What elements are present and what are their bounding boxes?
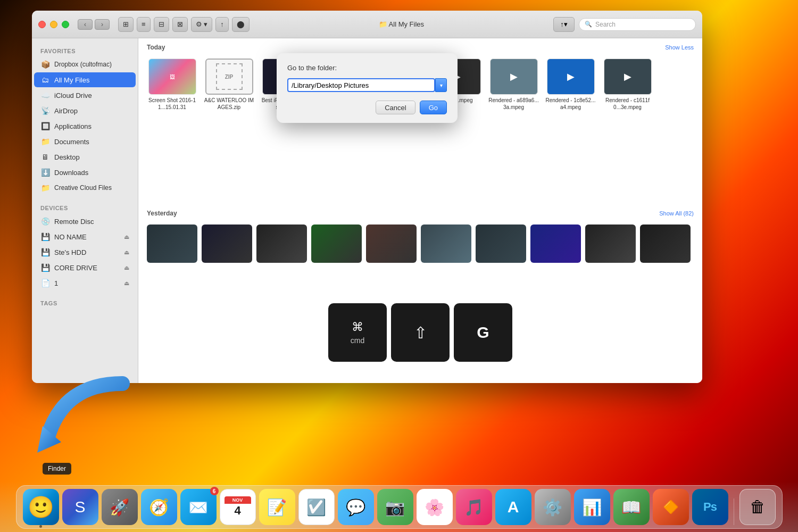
messages-dock-icon: 💬 <box>346 498 365 517</box>
keynote-dock-icon: 📊 <box>582 498 602 517</box>
siri-dock-icon: S <box>74 498 85 516</box>
dock-item-photoshop[interactable]: Ps <box>692 489 728 525</box>
dock-item-facetime[interactable]: 📷 <box>377 489 413 525</box>
settings-dock-icon: ⚙️ <box>543 498 562 517</box>
scrivener-dock-icon: 📖 <box>621 498 641 517</box>
finder-active-dot <box>39 525 42 528</box>
dock-item-notes[interactable]: 📝 <box>259 489 295 525</box>
notes-dock-icon: 📝 <box>267 498 287 517</box>
dock-item-settings[interactable]: ⚙️ <box>535 489 571 525</box>
folder-path-input[interactable] <box>287 78 435 92</box>
dock-item-reminders[interactable]: ☑️ <box>298 489 335 525</box>
dock-item-safari[interactable]: 🧭 <box>141 489 177 525</box>
finder-tooltip-text: Finder <box>48 465 66 472</box>
finder-window: ‹ › ⊞ ≡ ⊟ ⊠ ⚙ ▾ ↑ ⬤ 📁 All My Files ↑▾ 🔍 … <box>32 11 702 383</box>
dock-item-appstore[interactable]: A <box>495 489 531 525</box>
dock: 🙂 S 🚀 🧭 ✉️ 6 NOV 4 📝 <box>0 481 798 532</box>
dialog-overlay: Go to the folder: ▾ Cancel Go <box>32 11 702 383</box>
music-dock-icon: 🎵 <box>464 498 484 517</box>
dock-inner: 🙂 S 🚀 🧭 ✉️ 6 NOV 4 📝 <box>16 485 783 529</box>
launchpad-dock-icon: 🚀 <box>110 498 129 517</box>
dock-item-calendar[interactable]: NOV 4 <box>220 489 256 525</box>
trash-dock-icon: 🗑 <box>750 498 766 516</box>
folder-dropdown-button[interactable]: ▾ <box>435 78 447 92</box>
dock-item-music[interactable]: 🎵 <box>456 489 492 525</box>
finder-dock-icon: 🙂 <box>28 495 54 520</box>
cancel-button[interactable]: Cancel <box>376 101 415 114</box>
notchmeister-dock-icon: 🔶 <box>663 500 679 514</box>
reminders-dock-icon: ☑️ <box>306 498 326 517</box>
dock-item-siri[interactable]: S <box>62 489 98 525</box>
finder-tooltip: Finder <box>43 463 71 475</box>
dock-item-messages[interactable]: 💬 <box>338 489 374 525</box>
dock-item-scrivener[interactable]: 📖 <box>613 489 650 525</box>
go-button[interactable]: Go <box>420 101 447 114</box>
dock-item-trash[interactable]: 🗑 <box>739 489 776 525</box>
dock-item-finder[interactable]: 🙂 <box>23 489 59 525</box>
dock-item-notchmeister[interactable]: 🔶 <box>653 489 689 525</box>
mail-dock-icon: ✉️ <box>188 498 208 517</box>
dock-item-photos[interactable]: 🌸 <box>417 489 453 525</box>
dock-item-mail[interactable]: ✉️ 6 <box>180 489 217 525</box>
dock-item-keynote[interactable]: 📊 <box>574 489 610 525</box>
appstore-dock-icon: A <box>508 498 519 516</box>
dialog-buttons: Cancel Go <box>287 101 447 114</box>
folder-input-row: ▾ <box>287 78 447 92</box>
mail-badge: 6 <box>210 487 219 495</box>
dock-separator <box>734 498 734 525</box>
safari-dock-icon: 🧭 <box>149 498 169 517</box>
ps-dock-icon: Ps <box>703 500 717 514</box>
dialog-title: Go to the folder: <box>287 64 447 72</box>
go-to-folder-dialog: Go to the folder: ▾ Cancel Go <box>277 53 458 123</box>
photos-dock-icon: 🌸 <box>425 498 444 517</box>
dock-item-launchpad[interactable]: 🚀 <box>102 489 138 525</box>
facetime-dock-icon: 📷 <box>385 498 405 517</box>
